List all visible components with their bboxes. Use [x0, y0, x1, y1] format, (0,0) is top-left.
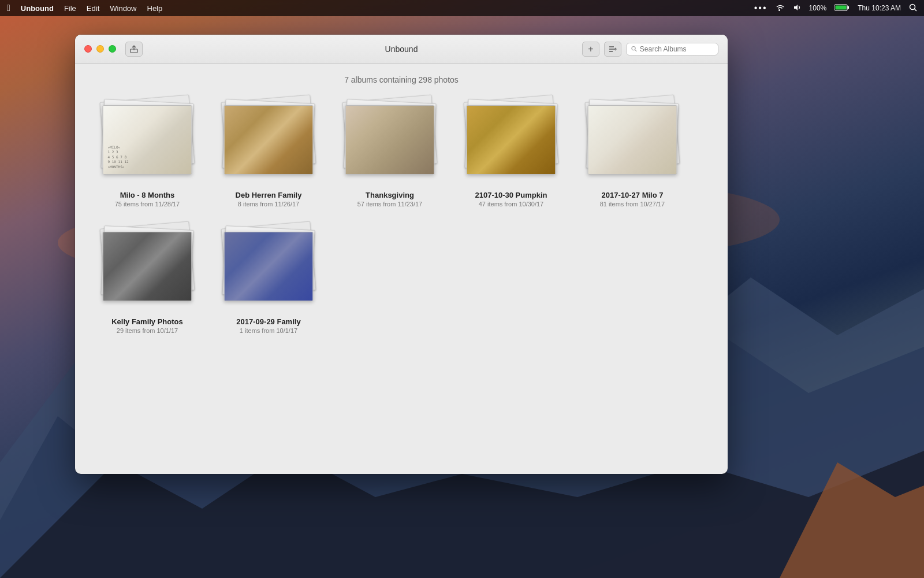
album-item-milo-8-months[interactable]: Milo - 8 Months 75 items from 11/28/17 [92, 98, 202, 208]
album-name: Milo - 8 Months [92, 191, 202, 199]
wifi-icon [776, 4, 785, 13]
album-stack [583, 98, 681, 185]
album-meta: 81 items from 10/27/17 [578, 201, 687, 208]
album-item-kelly-family[interactable]: Kelly Family Photos 29 items from 10/1/1… [92, 225, 202, 334]
album-meta: 29 items from 10/1/17 [92, 327, 202, 334]
photo-content [225, 232, 313, 301]
album-meta: 47 items from 10/30/17 [456, 201, 566, 208]
close-button[interactable] [84, 45, 92, 53]
svg-line-18 [635, 50, 637, 51]
albums-count: 7 albums containing 298 photos [92, 75, 710, 84]
menubar-edit[interactable]: Edit [87, 4, 99, 13]
albums-grid: Milo - 8 Months 75 items from 11/28/17 D… [92, 98, 710, 334]
album-thumbnail [345, 105, 435, 175]
album-thumbnail [103, 232, 192, 301]
album-item-milo-7[interactable]: 2017-10-27 Milo 7 81 items from 10/27/17 [578, 98, 687, 208]
export-button[interactable] [125, 42, 143, 57]
battery-icon [834, 4, 850, 13]
sort-button[interactable] [604, 42, 621, 57]
photo-content [588, 106, 677, 174]
window-title: Unbound [385, 45, 418, 54]
album-thumbnail [224, 232, 314, 301]
album-item-thanksgiving[interactable]: Thanksgiving 57 items from 11/23/17 [335, 98, 445, 208]
title-bar-actions: + [582, 42, 718, 57]
album-name: Thanksgiving [335, 191, 445, 199]
svg-point-17 [632, 46, 635, 50]
volume-icon [793, 4, 801, 13]
content-area: 7 albums containing 298 photos Milo - 8 … [75, 64, 728, 474]
svg-marker-6 [794, 5, 798, 10]
search-input[interactable] [640, 45, 713, 53]
album-meta: 1 items from 10/1/17 [214, 327, 323, 334]
add-album-button[interactable]: + [582, 42, 599, 57]
album-item-family-2017[interactable]: 2017-09-29 Family 1 items from 10/1/17 [214, 225, 323, 334]
photo-content [225, 106, 313, 174]
menubar-left:  Unbound File Edit Window Help [7, 3, 162, 13]
album-item-deb-herren-family[interactable]: Deb Herren Family 8 items from 11/26/17 [214, 98, 323, 208]
menubar-help[interactable]: Help [147, 4, 163, 13]
menubar-window[interactable]: Window [110, 4, 136, 13]
album-stack [98, 98, 196, 185]
album-meta: 75 items from 11/28/17 [92, 201, 202, 208]
album-name: Deb Herren Family [214, 191, 323, 199]
battery-display: 100% [809, 4, 827, 12]
spotlight-icon[interactable] [909, 3, 917, 13]
search-bar[interactable] [626, 43, 718, 55]
menubar:  Unbound File Edit Window Help ••• 100%… [0, 0, 924, 16]
photo-content [103, 232, 192, 301]
minimize-button[interactable] [96, 45, 104, 53]
album-item-pumpkin[interactable]: 2107-10-30 Pumpkin 47 items from 10/30/1… [456, 98, 566, 208]
search-icon [631, 46, 637, 52]
photo-content [346, 106, 434, 174]
photo-content [467, 106, 556, 174]
album-thumbnail [588, 105, 677, 175]
album-name: 2107-10-30 Pumpkin [456, 191, 566, 199]
svg-rect-9 [836, 5, 847, 9]
app-window: Unbound + 7 albums containing 298 photos [75, 35, 728, 474]
photo-content [103, 106, 192, 174]
album-stack [462, 98, 560, 185]
dots-icon: ••• [754, 3, 767, 13]
album-name: 2017-10-27 Milo 7 [578, 191, 687, 199]
apple-menu[interactable]:  [7, 3, 10, 13]
svg-line-11 [915, 9, 917, 11]
window-controls [84, 45, 116, 53]
album-stack [98, 225, 196, 312]
album-stack [341, 98, 439, 185]
svg-point-10 [910, 4, 915, 9]
album-thumbnail [467, 105, 556, 175]
album-thumbnail [224, 105, 314, 175]
album-stack [219, 98, 318, 185]
album-name: 2017-09-29 Family [214, 317, 323, 326]
album-stack [219, 225, 318, 312]
album-meta: 8 items from 11/26/17 [214, 201, 323, 208]
album-name: Kelly Family Photos [92, 317, 202, 326]
album-meta: 57 items from 11/23/17 [335, 201, 445, 208]
datetime-display: Thu 10:23 AM [858, 4, 901, 12]
maximize-button[interactable] [109, 45, 116, 53]
menubar-right: ••• 100% Thu 10:23 AM [754, 3, 917, 13]
menubar-app-name[interactable]: Unbound [21, 4, 54, 13]
title-bar: Unbound + [75, 35, 728, 64]
svg-rect-8 [848, 6, 850, 9]
album-thumbnail [103, 105, 192, 175]
menubar-file[interactable]: File [64, 4, 76, 13]
